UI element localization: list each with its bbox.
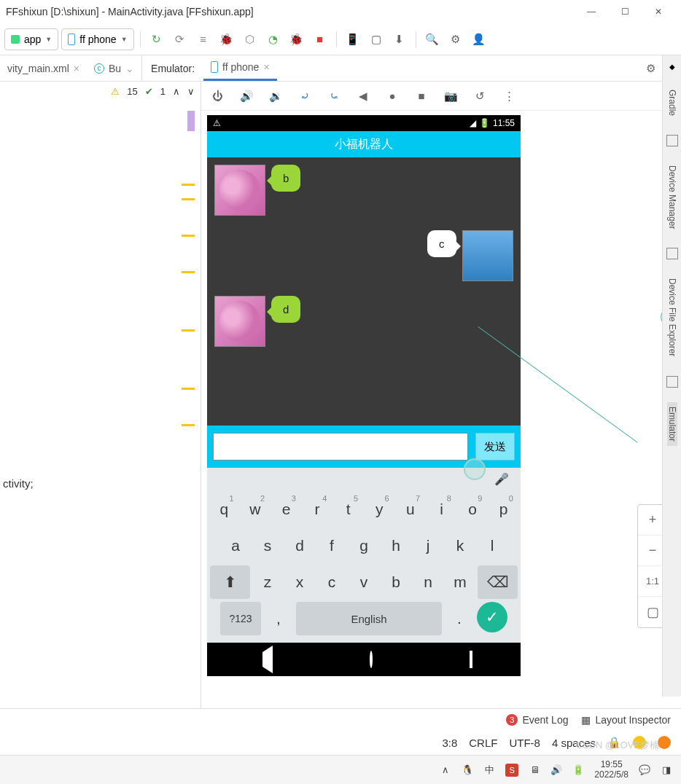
key-w[interactable]: 2w [241,493,270,526]
inspection-summary[interactable]: ⚠15 ✔1 ∧ ∨ [111,86,195,97]
qq-tray-icon[interactable]: 🐧 [462,764,473,776]
avd-manager-button[interactable]: 📱 [343,29,363,50]
stop-icon[interactable]: ■ [411,86,432,106]
key-l[interactable]: l [478,529,507,562]
key-s[interactable]: s [253,529,282,562]
chevron-up-icon[interactable]: ∧ [440,764,451,776]
key-u[interactable]: 7u [397,493,425,526]
spacebar-key[interactable]: English [296,602,442,635]
search-button[interactable]: 🔍 [422,29,443,50]
sync-button[interactable]: ⬇ [389,29,410,50]
taskbar-clock[interactable]: 19:55 2022/5/8 [594,760,629,779]
key-k[interactable]: k [445,529,475,562]
account-button[interactable]: 👤 [469,29,489,50]
key-z[interactable]: z [253,565,282,599]
volume-tray-icon[interactable]: 🔊 [550,764,562,776]
recents-button[interactable] [470,652,472,667]
rotate-right-icon[interactable]: ⤿ [324,86,344,106]
key-i[interactable]: 8i [427,493,456,526]
key-q[interactable]: 1q [210,493,238,526]
volume-up-icon[interactable]: 🔊 [236,86,257,106]
volume-down-icon[interactable]: 🔉 [265,86,286,106]
sdk-manager-button[interactable]: ▢ [366,29,386,50]
device-selector[interactable]: ff phone ▼ [61,28,133,50]
run-button[interactable]: ↻ [147,29,167,50]
rotate-left-icon[interactable]: ⤾ [295,86,315,106]
close-button[interactable]: ✕ [642,7,675,17]
minimize-button[interactable]: — [575,7,608,17]
sidebar-device-file-explorer[interactable]: Device File Explorer [667,274,677,361]
tab-build[interactable]: c Bu ⌄ [87,55,141,81]
sidebar-device-manager[interactable]: Device Manager [667,161,677,233]
record-icon[interactable]: ● [382,86,402,106]
back-button[interactable] [256,652,273,667]
key-g[interactable]: g [349,529,378,562]
profile-button[interactable]: ◔ [263,29,284,50]
shift-key[interactable]: ⬆ [210,565,250,599]
key-h[interactable]: h [381,529,410,562]
battery-tray-icon[interactable]: 🔋 [572,764,584,776]
comma-key[interactable]: , [264,602,293,635]
camera-icon[interactable]: 📷 [440,86,461,106]
file-encoding[interactable]: UTF-8 [509,737,540,749]
close-icon[interactable]: × [74,63,79,74]
coverage-button[interactable]: ⬡ [240,29,260,50]
module-selector[interactable]: app ▼ [4,28,58,50]
chevron-down-icon[interactable]: ⌄ [125,63,134,74]
key-f[interactable]: f [317,529,346,562]
layout-inspector-button[interactable]: ▦ Layout Inspector [581,714,671,726]
key-v[interactable]: v [349,565,378,599]
event-log-button[interactable]: 3 Event Log [506,714,568,726]
key-x[interactable]: x [285,565,314,599]
frown-icon[interactable] [658,736,671,749]
key-j[interactable]: j [413,529,443,562]
sidebar-emulator[interactable]: Emulator [667,402,677,446]
key-t[interactable]: 5t [334,493,362,526]
key-n[interactable]: n [413,565,443,599]
backspace-key[interactable]: ⌫ [478,565,518,599]
key-e[interactable]: 3e [272,493,300,526]
key-c[interactable]: c [317,565,346,599]
notification-tray-icon[interactable]: 💬 [639,764,650,776]
up-icon[interactable]: ∧ [173,86,180,97]
message-input[interactable] [213,433,468,460]
display-tray-icon[interactable]: 🖥 [529,764,540,776]
key-r[interactable]: 4r [303,493,332,526]
enter-key[interactable]: ✓ [477,602,507,632]
gear-icon[interactable]: ⚙ [640,58,661,79]
snapshot-icon[interactable]: ↺ [470,86,490,106]
settings-button[interactable]: ⚙ [445,29,466,50]
more-icon[interactable]: ⋮ [499,86,519,106]
key-y[interactable]: 6y [365,493,394,526]
close-icon[interactable]: × [263,61,269,73]
key-m[interactable]: m [445,565,475,599]
sogou-tray-icon[interactable]: S [505,764,518,777]
list-icon[interactable]: ≡ [193,29,214,50]
app-tray-icon[interactable]: ◨ [661,764,672,776]
power-icon[interactable]: ⏻ [207,86,227,106]
mic-icon[interactable]: 🎤 [494,472,509,490]
chat-area[interactable]: b c d [207,157,521,426]
debug-button[interactable]: 🐞 [217,29,237,50]
symbols-key[interactable]: ?123 [220,602,261,635]
apply-changes-button[interactable]: ⟳ [170,29,190,50]
cursor-position[interactable]: 3:8 [442,737,457,749]
stop-button[interactable]: ■ [310,29,330,50]
key-d[interactable]: d [285,529,314,562]
line-separator[interactable]: CRLF [469,737,497,749]
down-icon[interactable]: ∨ [187,86,195,97]
code-editor[interactable]: ⚠15 ✔1 ∧ ∨ ctivity; [0,82,201,708]
key-p[interactable]: 0p [489,493,518,526]
ime-icon[interactable]: 中 [483,764,495,776]
home-button[interactable] [370,652,373,667]
sidebar-gradle[interactable]: Gradle [667,85,677,120]
maximize-button[interactable]: ☐ [608,7,642,17]
back-icon[interactable]: ◀ [353,86,373,106]
key-o[interactable]: 9o [459,493,487,526]
send-button[interactable]: 发送 [475,433,515,460]
key-b[interactable]: b [381,565,410,599]
period-key[interactable]: . [445,602,474,635]
attach-debugger-button[interactable]: 🐞 [287,29,307,50]
tab-xml[interactable]: vity_main.xml × [0,55,87,81]
key-a[interactable]: a [221,529,250,562]
